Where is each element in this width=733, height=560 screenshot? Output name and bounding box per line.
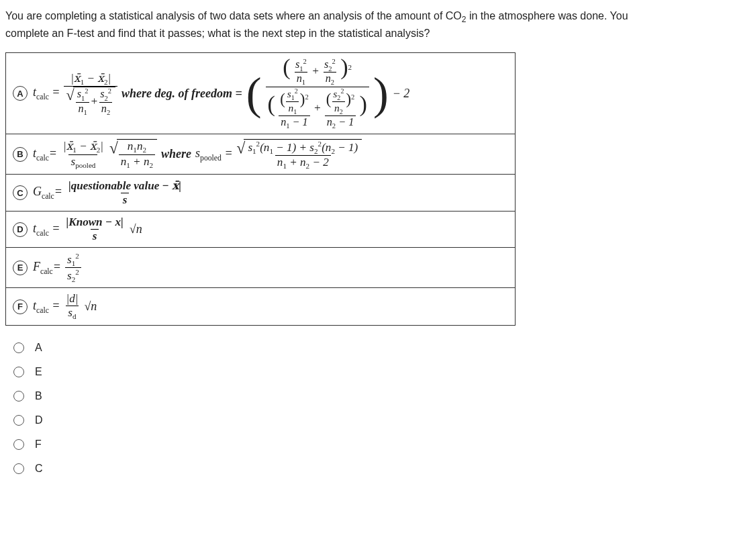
f-tail: √n (84, 299, 97, 314)
formula-option-d: D tcalc = |Known − x| s √n (6, 212, 515, 248)
question-prompt: You are completing a statistical analysi… (5, 8, 728, 42)
formula-e: Fcalc= s12 s22 (33, 252, 81, 283)
question-text-3: complete an F-test and find that it pass… (5, 28, 430, 39)
var-t-d-sub: calc (36, 229, 49, 238)
answer-option-c[interactable]: C (13, 463, 728, 475)
option-letter-b: B (13, 147, 28, 162)
c-den: s (121, 193, 130, 207)
d-den: s (91, 229, 99, 243)
radio-icon[interactable] (13, 391, 24, 402)
var-t-b-sub: calc (36, 154, 49, 162)
where-text-b: where (161, 147, 191, 161)
spooled-var: s (195, 146, 200, 160)
answer-label: A (35, 342, 42, 354)
formula-option-b: B tcalc= |x̄1 − x̄2| spooled n1n2n1 + n2… (6, 134, 515, 175)
formula-option-c: C Gcalc= |questionable value − x̄| s (6, 175, 515, 212)
var-g: G (33, 185, 42, 198)
radio-icon[interactable] (13, 439, 24, 450)
answer-option-f[interactable]: F (13, 438, 728, 451)
where-text-a: where deg. of freedom = (121, 87, 242, 101)
radio-icon[interactable] (13, 367, 24, 377)
option-letter-d: D (13, 222, 28, 237)
radio-icon[interactable] (13, 342, 24, 353)
formula-option-f: F tcalc = |d| sd √n (6, 288, 515, 324)
answer-label: E (35, 366, 42, 378)
option-letter-c: C (13, 185, 28, 200)
d-num: |Known − x| (64, 216, 125, 229)
radio-icon[interactable] (13, 463, 24, 474)
spooled-sub: pooled (200, 154, 222, 162)
formula-d: tcalc = |Known − x| s √n (33, 216, 142, 243)
option-letter-a: A (13, 86, 28, 101)
answer-label: F (35, 438, 42, 451)
var-f: F (33, 260, 40, 273)
formula-options-table: A tcalc = |x̄1 − x̄2| s12n1 + s22n2 wher… (5, 52, 516, 326)
answer-option-a[interactable]: A (13, 342, 728, 354)
minus-two: − 2 (393, 87, 410, 101)
answer-option-d[interactable]: D (13, 414, 728, 426)
answer-radio-group: A E B D F C (5, 342, 728, 475)
f-den-sub: d (72, 313, 77, 321)
var-g-sub: calc (42, 192, 54, 201)
f-num: |d| (64, 292, 80, 306)
radio-icon[interactable] (13, 415, 24, 426)
var-t-sub: calc (36, 93, 49, 101)
f-den-var: s (68, 306, 72, 319)
var-f-sub: calc (40, 267, 53, 276)
answer-option-b[interactable]: B (13, 390, 728, 402)
formula-f: tcalc = |d| sd √n (33, 292, 97, 320)
formula-option-e: E Fcalc= s12 s22 (6, 248, 515, 288)
answer-label: D (35, 414, 43, 426)
formula-b: tcalc= |x̄1 − x̄2| spooled n1n2n1 + n2 w… (33, 139, 362, 171)
var-t-f-sub: calc (36, 306, 49, 314)
answer-option-e[interactable]: E (13, 366, 728, 378)
question-text-2: in the atmosphere was done. You (466, 10, 628, 21)
formula-a: tcalc = |x̄1 − x̄2| s12n1 + s22n2 where … (33, 57, 409, 130)
question-text-1: You are completing a statistical analysi… (5, 10, 462, 21)
formula-option-a: A tcalc = |x̄1 − x̄2| s12n1 + s22n2 wher… (6, 53, 515, 134)
option-letter-f: F (13, 299, 28, 314)
c-num: |questionable value − x̄| (66, 179, 183, 193)
option-letter-e: E (13, 261, 28, 275)
answer-label: C (35, 463, 43, 475)
answer-label: B (35, 390, 42, 402)
formula-c: Gcalc= |questionable value − x̄| s (33, 179, 183, 207)
d-tail: √n (130, 222, 142, 236)
